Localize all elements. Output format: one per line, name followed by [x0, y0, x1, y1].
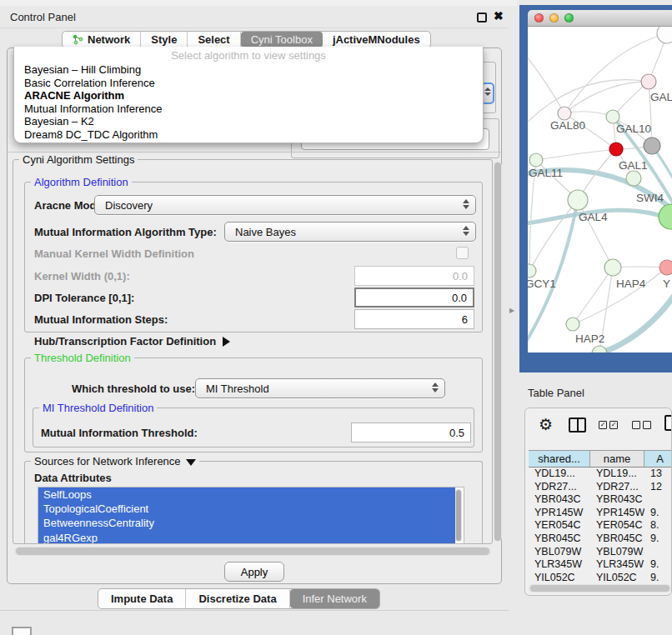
table-row[interactable]: YPR145WYPR145W9. [529, 507, 672, 520]
table-cell: YBL079W [590, 546, 644, 559]
mi-threshold-field[interactable]: 0.5 [351, 422, 471, 442]
which-threshold-select[interactable]: MI Threshold [195, 378, 445, 398]
data-attributes-list[interactable]: SelfLoopsTopologicalCoefficientBetweenne… [38, 487, 464, 544]
which-threshold-value: MI Threshold [206, 382, 269, 395]
attribute-list-item[interactable]: TopologicalCoefficient [38, 502, 455, 516]
settings-horizontal-scrollbar[interactable] [14, 547, 491, 556]
mi-algorithm-type-select[interactable]: Naive Bayes [224, 222, 476, 242]
table-row[interactable]: YER054CYER054C8. [529, 519, 672, 532]
network-node-gal80[interactable] [558, 107, 571, 120]
network-window-titlebar[interactable] [528, 10, 672, 27]
column-header-name[interactable]: name [590, 451, 644, 467]
table-row[interactable]: YBR045CYBR045C9. [529, 532, 672, 546]
float-panel-icon[interactable] [477, 12, 487, 22]
hub-tf-definition-expander[interactable]: Hub/Transcription Factor Definition [34, 335, 230, 348]
attribute-list-item[interactable]: SelfLoops [38, 488, 455, 502]
sources-group-title: Sources for Network Inference [31, 455, 199, 468]
network-node[interactable] [592, 346, 607, 352]
minimize-traffic-light[interactable] [549, 13, 559, 22]
algorithm-option[interactable]: Bayesian – Hill Climbing [14, 63, 483, 77]
network-node-gal8[interactable] [641, 74, 656, 89]
mi-threshold-definition-title: MI Threshold Definition [39, 402, 157, 414]
bottom-tab-infer-network[interactable]: Infer Network [290, 589, 379, 608]
combo-stepper-icon [463, 199, 469, 209]
table-row[interactable]: YLR345WYLR345W9. [529, 558, 672, 572]
network-node[interactable] [657, 27, 672, 43]
network-node-hap2[interactable] [566, 318, 579, 331]
node-label: GAL4 [579, 211, 608, 223]
control-panel-tab-bar: NetworkStyleSelectCyni ToolboxjActiveMNo… [62, 31, 431, 48]
network-canvas[interactable]: GAL8GAL80GAL10GAL1GAL11SWI4GAL4GCY1HAP4Y… [528, 27, 672, 352]
network-node-gal1[interactable] [609, 142, 623, 156]
algorithm-option[interactable]: Bayesian – K2 [14, 115, 483, 128]
control-panel: Control Panel ✖ NetworkStyleSelectCyni T… [0, 7, 509, 611]
algorithm-option[interactable]: Mutual Information Inference [14, 102, 483, 116]
network-node-gal4[interactable] [568, 190, 588, 210]
new-table-icon[interactable] [664, 415, 672, 431]
settings-vertical-scrollbar[interactable] [494, 162, 502, 542]
select-all-checkboxes-icon[interactable]: ✓✓ [599, 421, 618, 429]
close-traffic-light[interactable] [534, 13, 544, 22]
tab-select[interactable]: Select [188, 32, 240, 48]
node-label: GAL80 [550, 119, 585, 132]
zoom-traffic-light[interactable] [564, 13, 574, 22]
table-cell: YER054C [529, 519, 590, 532]
tab-cyni-toolbox[interactable]: Cyni Toolbox [241, 32, 323, 48]
algorithm-option[interactable]: ARACNE Algorithm [14, 89, 483, 102]
network-node-gal10[interactable] [606, 110, 619, 123]
tab-network[interactable]: Network [63, 32, 141, 48]
kernel-width-field[interactable]: 0.0 [354, 266, 474, 286]
attribute-list-item[interactable]: BetweennessCentrality [38, 516, 455, 530]
network-node-y[interactable] [659, 260, 672, 275]
network-node-gal11[interactable] [529, 153, 543, 167]
control-panel-titlebar: Control Panel ✖ [0, 7, 509, 28]
table-cell: YBR045C [590, 532, 644, 546]
mi-algorithm-type-value: Naive Bayes [235, 226, 296, 238]
dpi-tolerance-field[interactable]: 0.0 [354, 288, 474, 308]
network-node[interactable] [659, 204, 672, 229]
table-header-row[interactable]: shared...nameA [529, 450, 672, 468]
network-node-gcy1[interactable] [528, 264, 536, 278]
column-header-shared[interactable]: shared... [529, 451, 590, 467]
tab-style[interactable]: Style [141, 32, 188, 48]
algorithm-option[interactable]: Dream8 DC_TDC Algorithm [14, 128, 483, 142]
network-node-swi4[interactable] [626, 171, 641, 186]
mi-threshold-label: Mutual Information Threshold: [41, 427, 198, 439]
network-node-hap4[interactable] [604, 259, 621, 276]
manual-kernel-width-checkbox[interactable] [456, 247, 469, 259]
table-cell: 9. [644, 558, 672, 572]
gear-icon[interactable]: ⚙ [539, 415, 553, 434]
network-node[interactable] [644, 138, 660, 154]
table-row[interactable]: YDR27...YDR27...12 [529, 481, 672, 494]
mi-steps-field[interactable]: 6 [354, 309, 474, 329]
aracne-mode-select[interactable]: Discovery [94, 195, 476, 215]
bottom-tab-impute-data[interactable]: Impute Data [98, 589, 186, 608]
attributes-list-scrollbar[interactable] [455, 489, 462, 542]
network-edge [564, 112, 613, 117]
split-columns-icon[interactable] [569, 418, 586, 432]
table-cell: YBR043C [529, 493, 590, 507]
bottom-tab-discretize-data[interactable]: Discretize Data [186, 589, 289, 608]
node-label: HAP4 [616, 278, 646, 290]
node-label: GAL10 [616, 122, 651, 135]
table-cell: 9. [644, 507, 672, 520]
tab-jactivemnodules[interactable]: jActiveMNodules [323, 32, 430, 48]
table-row[interactable]: YIL052CYIL052C9. [529, 572, 672, 585]
apply-button[interactable]: Apply [224, 562, 284, 582]
table-row[interactable]: YBR043CYBR043C [529, 493, 672, 507]
table-row[interactable]: YBL079WYBL079W [529, 546, 672, 559]
attribute-list-item[interactable]: gal4RGexp [38, 531, 455, 544]
table-horizontal-scrollbar[interactable] [529, 584, 671, 592]
panel-splitter-handle[interactable]: ▶ [509, 307, 514, 314]
table-cell: 13 [644, 468, 672, 481]
column-header-A[interactable]: A [644, 451, 672, 467]
table-cell: YIL052C [590, 572, 644, 585]
algorithm-option[interactable]: Basic Correlation Inference [14, 77, 483, 90]
deselect-all-checkboxes-icon[interactable] [632, 421, 651, 429]
minimized-panel-icon[interactable] [12, 627, 32, 635]
table-cell: YBR045C [529, 532, 590, 546]
node-label: Y [663, 278, 670, 290]
which-threshold-label: Which threshold to use: [72, 382, 195, 395]
table-row[interactable]: YDL19...YDL19...13 [529, 468, 672, 481]
close-icon[interactable]: ✖ [494, 9, 504, 22]
